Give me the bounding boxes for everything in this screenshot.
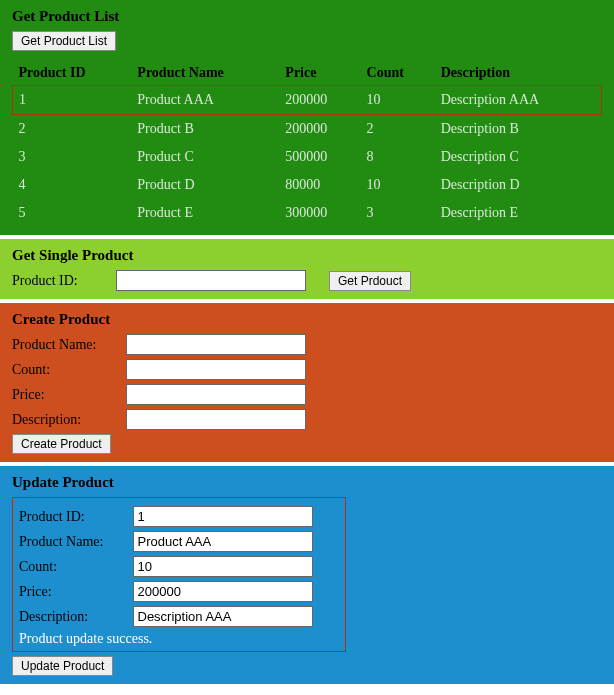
update-id-label: Product ID: [19, 509, 129, 525]
create-count-label: Count: [12, 362, 122, 378]
cell-desc: Description B [435, 115, 602, 144]
cell-count: 10 [361, 86, 435, 115]
cell-name: Product B [131, 115, 279, 144]
table-row[interactable]: 4 Product D 80000 10 Description D [13, 171, 602, 199]
update-id-input[interactable] [133, 506, 313, 527]
create-count-input[interactable] [126, 359, 306, 380]
get-single-title: Get Single Product [12, 247, 602, 264]
cell-price: 80000 [279, 171, 360, 199]
col-product-id: Product ID [13, 61, 132, 86]
get-product-button[interactable]: Get Prdouct [329, 271, 411, 291]
cell-desc: Description E [435, 199, 602, 227]
table-row[interactable]: 2 Product B 200000 2 Description B [13, 115, 602, 144]
cell-count: 2 [361, 115, 435, 144]
update-form-box: Product ID: Product Name: Count: Price: … [12, 497, 346, 652]
table-row[interactable]: 5 Product E 300000 3 Description E [13, 199, 602, 227]
cell-price: 500000 [279, 143, 360, 171]
create-product-panel: Create Product Product Name: Count: Pric… [0, 303, 614, 462]
get-product-list-button[interactable]: Get Product List [12, 31, 116, 51]
update-title: Update Product [12, 474, 602, 491]
update-product-button[interactable]: Update Product [12, 656, 113, 676]
update-status-message: Product update success. [19, 631, 339, 647]
create-title: Create Product [12, 311, 602, 328]
cell-desc: Description C [435, 143, 602, 171]
get-list-title: Get Product List [12, 8, 602, 25]
cell-price: 200000 [279, 115, 360, 144]
cell-name: Product C [131, 143, 279, 171]
update-desc-label: Description: [19, 609, 129, 625]
col-description: Description [435, 61, 602, 86]
create-name-label: Product Name: [12, 337, 122, 353]
update-price-label: Price: [19, 584, 129, 600]
update-product-panel: Update Product Product ID: Product Name:… [0, 466, 614, 684]
cell-name: Product E [131, 199, 279, 227]
table-row[interactable]: 3 Product C 500000 8 Description C [13, 143, 602, 171]
update-count-label: Count: [19, 559, 129, 575]
update-name-input[interactable] [133, 531, 313, 552]
cell-name: Product AAA [131, 86, 279, 115]
col-product-name: Product Name [131, 61, 279, 86]
table-row[interactable]: 1 Product AAA 200000 10 Description AAA [13, 86, 602, 115]
cell-id: 4 [13, 171, 132, 199]
get-product-list-panel: Get Product List Get Product List Produc… [0, 0, 614, 235]
col-price: Price [279, 61, 360, 86]
create-desc-input[interactable] [126, 409, 306, 430]
cell-price: 300000 [279, 199, 360, 227]
cell-count: 3 [361, 199, 435, 227]
cell-count: 8 [361, 143, 435, 171]
cell-name: Product D [131, 171, 279, 199]
cell-id: 5 [13, 199, 132, 227]
update-name-label: Product Name: [19, 534, 129, 550]
create-price-input[interactable] [126, 384, 306, 405]
cell-price: 200000 [279, 86, 360, 115]
create-product-button[interactable]: Create Product [12, 434, 111, 454]
cell-count: 10 [361, 171, 435, 199]
create-desc-label: Description: [12, 412, 122, 428]
cell-desc: Description AAA [435, 86, 602, 115]
col-count: Count [361, 61, 435, 86]
product-id-input[interactable] [116, 270, 306, 291]
product-table: Product ID Product Name Price Count Desc… [12, 61, 602, 227]
update-count-input[interactable] [133, 556, 313, 577]
product-id-label: Product ID: [12, 273, 112, 289]
cell-id: 3 [13, 143, 132, 171]
create-price-label: Price: [12, 387, 122, 403]
update-price-input[interactable] [133, 581, 313, 602]
cell-id: 1 [13, 86, 132, 115]
get-single-product-panel: Get Single Product Product ID: Get Prdou… [0, 239, 614, 299]
update-desc-input[interactable] [133, 606, 313, 627]
cell-id: 2 [13, 115, 132, 144]
cell-desc: Description D [435, 171, 602, 199]
create-name-input[interactable] [126, 334, 306, 355]
